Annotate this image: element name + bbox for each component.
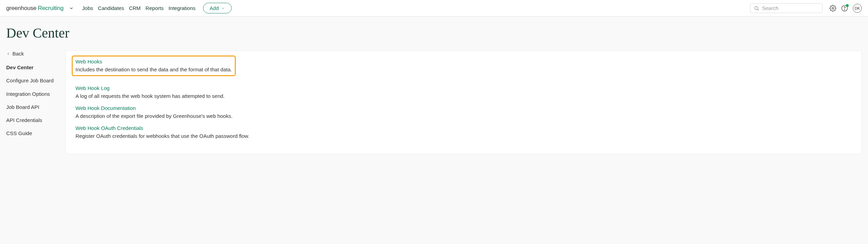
entry-link[interactable]: Web Hook Log xyxy=(75,85,110,91)
top-icons: DK xyxy=(829,4,862,13)
svg-line-1 xyxy=(758,9,759,10)
chevron-down-icon xyxy=(221,6,225,10)
svg-point-0 xyxy=(755,6,758,9)
entry-description: A log of all requests the web hook syste… xyxy=(75,93,852,99)
nav-links: Jobs Candidates CRM Reports Integrations xyxy=(82,5,195,11)
notification-dot-icon xyxy=(846,4,849,7)
entry-link[interactable]: Web Hook OAuth Credentials xyxy=(75,125,143,131)
entry-description: A description of the export file provide… xyxy=(75,113,852,119)
logo[interactable]: greenhouse Recruiting xyxy=(6,5,63,12)
sidebar-item-configure-job-board[interactable]: Configure Job Board xyxy=(6,77,59,84)
sidebar-item-api-credentials[interactable]: API Credentials xyxy=(6,117,59,124)
search-input-wrapper[interactable] xyxy=(750,3,822,13)
entry-link[interactable]: Web Hooks xyxy=(75,59,102,64)
gear-icon xyxy=(829,5,836,12)
page-title: Dev Center xyxy=(0,17,868,51)
nav-reports[interactable]: Reports xyxy=(145,5,164,11)
logo-sub: Recruiting xyxy=(38,5,64,12)
settings-button[interactable] xyxy=(829,5,836,12)
search-input[interactable] xyxy=(762,5,819,11)
chevron-left-icon xyxy=(6,52,10,56)
add-button[interactable]: Add xyxy=(203,3,232,13)
entry-web-hooks: Web HooksIncludes the destination to sen… xyxy=(75,59,852,79)
sidebar-item-job-board-api[interactable]: Job Board API xyxy=(6,104,59,111)
highlight-box: Web HooksIncludes the destination to sen… xyxy=(72,55,236,76)
entry-web-hook-documentation: Web Hook DocumentationA description of t… xyxy=(75,105,852,119)
avatar[interactable]: DK xyxy=(853,4,862,13)
nav-jobs[interactable]: Jobs xyxy=(82,5,93,11)
sidebar-item-integration-options[interactable]: Integration Options xyxy=(6,91,59,98)
topbar: greenhouse Recruiting Jobs Candidates CR… xyxy=(0,0,868,17)
logo-main: greenhouse xyxy=(6,5,37,12)
search-icon xyxy=(754,5,759,11)
sidebar-item-css-guide[interactable]: CSS Guide xyxy=(6,130,59,137)
entry-web-hook-log: Web Hook LogA log of all requests the we… xyxy=(75,85,852,99)
nav-integrations[interactable]: Integrations xyxy=(169,5,195,11)
back-label: Back xyxy=(12,51,24,57)
product-switcher-chevron-icon[interactable] xyxy=(69,6,74,11)
entry-description: Includes the destination to send the dat… xyxy=(75,67,232,72)
body-row: Back Dev CenterConfigure Job BoardIntegr… xyxy=(0,51,868,154)
sidebar: Back Dev CenterConfigure Job BoardIntegr… xyxy=(0,51,65,143)
sidebar-item-dev-center[interactable]: Dev Center xyxy=(6,64,59,71)
add-button-label: Add xyxy=(210,5,219,11)
svg-point-4 xyxy=(844,9,845,10)
avatar-initials: DK xyxy=(855,6,860,10)
entry-web-hook-oauth-credentials: Web Hook OAuth CredentialsRegister OAuth… xyxy=(75,125,852,139)
entry-description: Register OAuth credentials for webhooks … xyxy=(75,133,852,139)
entry-link[interactable]: Web Hook Documentation xyxy=(75,105,136,111)
nav-candidates[interactable]: Candidates xyxy=(98,5,124,11)
main-panel: Web HooksIncludes the destination to sen… xyxy=(65,51,862,154)
help-button[interactable] xyxy=(841,5,848,12)
svg-point-2 xyxy=(832,7,834,9)
nav-crm[interactable]: CRM xyxy=(129,5,141,11)
back-link[interactable]: Back xyxy=(6,51,59,57)
